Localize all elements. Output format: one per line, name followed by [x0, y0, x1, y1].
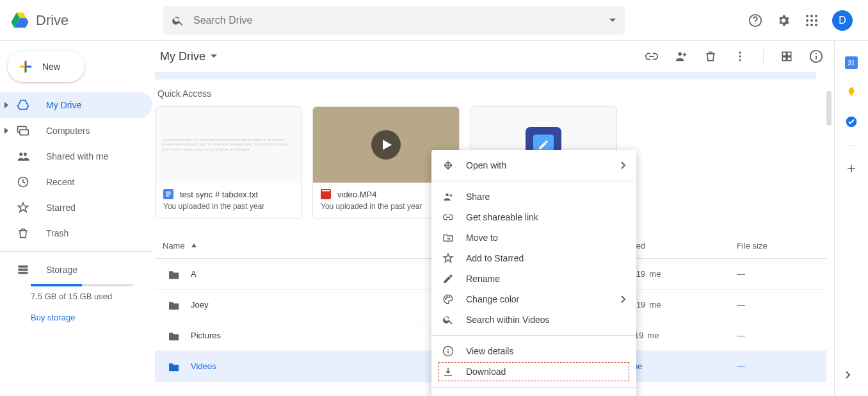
file-name: Joey [191, 300, 208, 309]
storage-icon [17, 263, 29, 276]
avatar[interactable]: D [832, 10, 853, 31]
link-icon[interactable] [644, 49, 659, 64]
ctx-download[interactable]: Download [438, 361, 630, 382]
svg-point-10 [810, 19, 813, 22]
svg-rect-20 [19, 265, 28, 267]
toolbar-icons [644, 49, 824, 64]
logo-area[interactable]: Drive [10, 11, 163, 30]
search-input[interactable] [193, 15, 609, 26]
svg-point-26 [739, 59, 741, 61]
info-icon[interactable] [808, 49, 824, 64]
ctx-open-with[interactable]: Open with [431, 155, 636, 176]
nav-my-drive[interactable]: My Drive [0, 92, 152, 118]
nav-starred[interactable]: Starred [0, 195, 152, 220]
keep-icon[interactable] [845, 86, 858, 99]
context-menu: Open with Share Get shareable link Move … [431, 150, 636, 396]
toolbar: My Drive [152, 41, 834, 72]
nav-recent[interactable]: Recent [0, 169, 152, 195]
buy-storage-link[interactable]: Buy storage [0, 313, 152, 322]
ctx-view-details[interactable]: View details [431, 341, 636, 361]
grid-view-icon[interactable] [779, 49, 794, 64]
storage-used-text: 7.5 GB of 15 GB used [0, 292, 152, 301]
settings-icon[interactable] [776, 13, 791, 28]
svg-rect-16 [20, 129, 28, 135]
folder-icon [168, 300, 181, 310]
nav-trash[interactable]: Trash [0, 220, 152, 246]
col-size-header[interactable]: File size [737, 241, 826, 251]
new-button-label: New [42, 62, 60, 72]
file-name: Pictures [191, 331, 221, 340]
app-title: Drive [36, 12, 68, 29]
download-icon [442, 365, 454, 378]
ctx-remove[interactable]: Remove [431, 393, 636, 396]
search-icon [172, 14, 184, 27]
svg-point-14 [815, 24, 817, 26]
new-button[interactable]: New [8, 51, 84, 82]
svg-point-41 [446, 299, 447, 300]
folder-icon [168, 331, 181, 341]
nav-storage[interactable]: Storage [17, 263, 140, 276]
star-icon [442, 252, 454, 265]
play-icon [371, 130, 401, 160]
apps-icon[interactable] [804, 13, 819, 28]
svg-point-24 [739, 52, 741, 54]
breadcrumb-label: My Drive [160, 50, 205, 63]
sort-asc-icon [190, 242, 198, 250]
calendar-icon[interactable]: 31 [845, 56, 858, 69]
svg-point-6 [806, 15, 808, 17]
more-icon[interactable] [732, 49, 748, 64]
collapse-panel-icon[interactable] [845, 370, 858, 383]
file-size: — [737, 269, 826, 279]
svg-rect-22 [19, 272, 28, 274]
nav-computers[interactable]: Computers [0, 118, 152, 144]
ctx-search-within[interactable]: Search within Videos [431, 309, 636, 330]
nav-label: Recent [46, 177, 74, 187]
search-dropdown-icon[interactable] [609, 17, 616, 24]
breadcrumb[interactable]: My Drive [160, 50, 217, 63]
svg-rect-35 [166, 192, 171, 193]
svg-point-17 [19, 153, 22, 156]
ctx-move-to[interactable]: Move to [431, 227, 636, 248]
add-panel-icon[interactable] [845, 162, 858, 175]
notification-banner [155, 72, 816, 79]
svg-rect-28 [787, 52, 791, 56]
quick-access-card[interactable]: Lorem ipsum dolor sit amet text preview … [155, 106, 302, 219]
svg-point-5 [755, 23, 755, 24]
svg-point-25 [739, 55, 741, 57]
nav-label: Starred [46, 202, 76, 213]
scrollbar[interactable] [826, 91, 832, 126]
delete-icon[interactable] [703, 49, 718, 64]
help-icon[interactable] [748, 13, 763, 28]
svg-point-11 [815, 19, 817, 22]
ctx-rename[interactable]: Rename [431, 268, 636, 289]
col-name-header[interactable]: Name [155, 241, 474, 251]
file-name: A [191, 269, 197, 279]
svg-point-43 [449, 297, 450, 298]
search-icon [442, 313, 454, 326]
svg-rect-37 [166, 195, 169, 197]
svg-point-42 [447, 297, 448, 298]
ctx-change-color[interactable]: Change color [431, 289, 636, 309]
share-person-icon[interactable] [673, 49, 689, 64]
tasks-icon[interactable] [845, 115, 858, 128]
share-icon [442, 190, 454, 203]
link-icon [442, 211, 454, 224]
ctx-get-link[interactable]: Get shareable link [431, 207, 636, 227]
nav-shared-with-me[interactable]: Shared with me [0, 144, 152, 169]
file-subtitle: You uploaded in the past year [156, 202, 301, 219]
search-bar[interactable] [163, 6, 625, 35]
nav-label: My Drive [46, 100, 81, 110]
svg-point-12 [806, 24, 808, 26]
svg-rect-21 [19, 268, 28, 270]
folder-icon [168, 361, 181, 372]
svg-point-13 [810, 24, 813, 26]
caret-icon[interactable] [4, 102, 10, 108]
svg-rect-30 [787, 57, 791, 61]
side-panel: 31 [835, 41, 868, 396]
caret-icon[interactable] [4, 128, 10, 134]
move-to-icon [442, 231, 454, 244]
ctx-add-star[interactable]: Add to Starred [431, 248, 636, 268]
header-right: D [748, 10, 858, 31]
svg-rect-27 [782, 52, 786, 56]
ctx-share[interactable]: Share [431, 186, 636, 207]
